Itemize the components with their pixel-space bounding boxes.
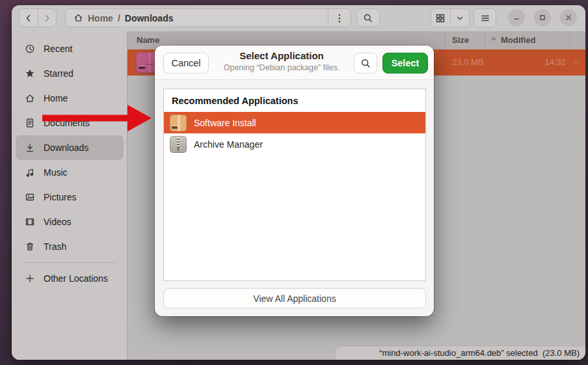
header-bar: Home / Downloads ⋮	[12, 5, 585, 32]
sidebar-item-label: Recent	[44, 44, 72, 54]
back-button[interactable]	[20, 9, 38, 27]
sidebar-item-music[interactable]: Music	[16, 160, 124, 185]
application-list: Recommended Applications Software Instal…	[163, 88, 426, 281]
download-icon	[25, 142, 35, 153]
close-button[interactable]	[560, 9, 577, 26]
sidebar-item-pictures[interactable]: Pictures	[16, 185, 124, 210]
breadcrumb-current[interactable]: Downloads	[125, 13, 174, 23]
deb-package-icon	[136, 52, 157, 73]
sidebar-item-trash[interactable]: Trash	[16, 234, 124, 259]
sidebar-item-label: Other Locations	[44, 273, 108, 284]
kebab-icon: ⋮	[335, 12, 345, 24]
chevron-down-icon	[455, 14, 464, 23]
grid-view-button[interactable]	[431, 9, 450, 27]
star-toggle-icon[interactable]: ☆	[572, 49, 580, 75]
sidebar-item-downloads[interactable]: Downloads	[16, 135, 124, 160]
main-menu-button[interactable]	[474, 8, 496, 27]
nav-buttons	[19, 8, 57, 27]
breadcrumb[interactable]: Home / Downloads ⋮	[65, 8, 351, 27]
column-separator	[445, 33, 446, 47]
column-name[interactable]: Name	[137, 31, 159, 49]
column-modified[interactable]: Modified	[501, 31, 535, 49]
home-icon	[25, 93, 35, 103]
search-button[interactable]	[356, 8, 380, 27]
sidebar-item-label: Videos	[44, 217, 72, 227]
music-note-icon	[25, 167, 35, 178]
sidebar-item-videos[interactable]: Videos	[16, 210, 124, 234]
view-options-button[interactable]	[450, 9, 470, 27]
star-icon	[25, 68, 35, 79]
file-size: 23.0 MB	[452, 49, 483, 75]
minimize-button[interactable]	[508, 9, 525, 26]
desktop-background: Home / Downloads ⋮	[0, 0, 588, 365]
magnifier-icon	[363, 13, 373, 23]
maximize-button[interactable]	[534, 9, 551, 26]
dialog-header: Cancel Select Application Opening “Debia…	[155, 46, 434, 80]
file-modified: 14:32	[533, 49, 566, 75]
status-text: “mind-work-ai-studio_arm64.deb” selected…	[379, 348, 580, 358]
select-application-dialog: Cancel Select Application Opening “Debia…	[155, 46, 434, 316]
magnifier-icon	[360, 58, 371, 69]
hamburger-icon	[480, 13, 490, 23]
film-icon	[25, 217, 35, 227]
picture-icon	[25, 192, 35, 202]
sidebar-item-recent[interactable]: Recent	[16, 36, 124, 61]
view-all-applications-button[interactable]: View All Applications	[163, 288, 426, 308]
dialog-title: Select Application	[213, 49, 350, 62]
package-icon	[170, 115, 187, 131]
column-size[interactable]: Size	[452, 31, 469, 49]
select-button[interactable]: Select	[382, 53, 428, 74]
sidebar-item-label: Music	[44, 167, 68, 178]
dialog-search-button[interactable]	[354, 53, 377, 74]
sidebar-item-starred[interactable]: Starred	[16, 61, 124, 86]
column-separator	[485, 33, 485, 47]
cancel-button[interactable]: Cancel	[163, 53, 209, 74]
dialog-title-box: Select Application Opening “Debian packa…	[213, 49, 350, 73]
app-name: Software Install	[194, 118, 256, 128]
sort-indicator: ^	[492, 31, 496, 49]
grid-icon	[435, 13, 446, 23]
maximize-icon	[538, 13, 547, 22]
document-icon	[25, 118, 35, 128]
sidebar: Recent Starred Home Documents Downloads	[12, 31, 127, 360]
close-icon	[564, 13, 573, 22]
column-separator	[569, 33, 570, 47]
trash-icon	[25, 241, 35, 252]
app-name: Archive Manager	[194, 139, 263, 150]
sidebar-item-label: Pictures	[44, 192, 77, 202]
sidebar-item-other-locations[interactable]: Other Locations	[16, 266, 124, 291]
minimize-icon	[512, 13, 521, 22]
sidebar-separator	[22, 262, 117, 263]
breadcrumb-home[interactable]: Home	[88, 13, 113, 23]
dialog-subtitle: Opening “Debian package” files.	[213, 62, 350, 73]
sidebar-item-label: Downloads	[44, 142, 88, 153]
view-toggle	[431, 8, 470, 27]
forward-button[interactable]	[38, 9, 57, 27]
chevron-left-icon	[23, 13, 34, 23]
section-header: Recommended Applications	[164, 89, 425, 112]
red-arrow-annotation	[39, 101, 156, 137]
path-menu-button[interactable]: ⋮	[328, 9, 351, 27]
status-bar: “mind-work-ai-studio_arm64.deb” selected…	[335, 345, 585, 360]
app-row-software-install[interactable]: Software Install	[164, 112, 425, 133]
sidebar-item-label: Trash	[44, 241, 66, 252]
clock-icon	[25, 44, 35, 54]
plus-icon	[25, 273, 35, 284]
sidebar-item-label: Starred	[44, 68, 74, 79]
archive-icon	[170, 136, 187, 153]
home-icon	[74, 13, 83, 23]
chevron-right-icon	[42, 13, 52, 23]
app-row-archive-manager[interactable]: Archive Manager	[164, 133, 425, 155]
breadcrumb-separator: /	[118, 13, 120, 23]
